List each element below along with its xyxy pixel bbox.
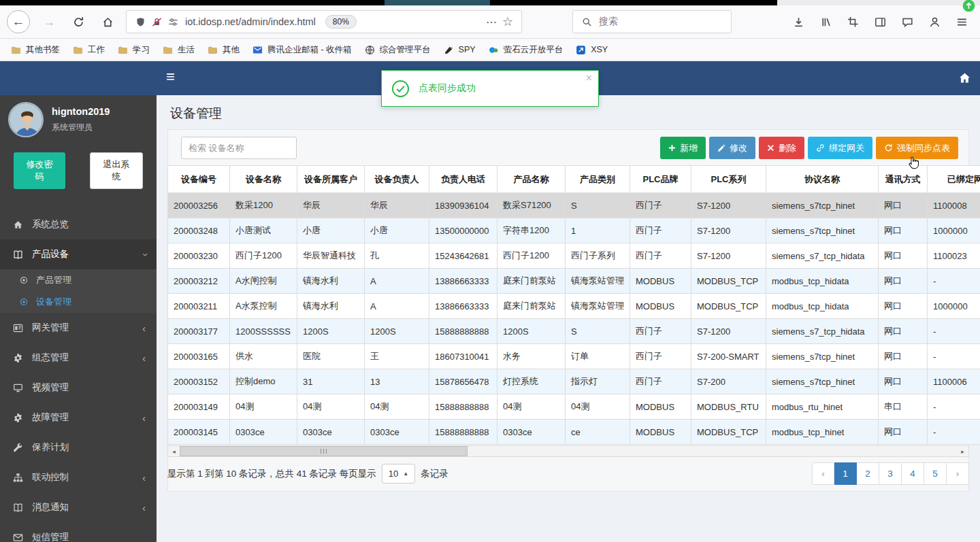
sidebar-item-8[interactable]: 消息通知‹ bbox=[0, 492, 157, 522]
bookmark-item[interactable]: 综合管理平台 bbox=[359, 41, 436, 58]
account-icon[interactable] bbox=[924, 12, 945, 32]
table-row[interactable]: 200003211A水泵控制镇海水利A13886663333庭来门前泵站镇海泵站… bbox=[168, 294, 980, 319]
add-button[interactable]: 新增 bbox=[660, 137, 706, 159]
page-5-button[interactable]: 5 bbox=[924, 462, 947, 485]
bookmark-item[interactable]: 萤石云开放平台 bbox=[483, 41, 569, 58]
browser-search-bar[interactable]: 搜索 bbox=[572, 10, 732, 33]
toast-close-icon[interactable]: × bbox=[586, 72, 592, 84]
sidebar-toggle-icon[interactable] bbox=[870, 12, 890, 32]
tracking-protection-shield-icon[interactable] bbox=[132, 17, 148, 27]
table-cell: 200003211 bbox=[168, 294, 230, 319]
sidebar-item-6[interactable]: 保养计划 bbox=[0, 433, 157, 462]
bookmark-item[interactable]: 腾讯企业邮箱 - 收件箱 bbox=[247, 41, 357, 58]
bookmark-item[interactable]: 工作 bbox=[67, 41, 110, 58]
back-icon[interactable]: ← bbox=[7, 10, 30, 33]
device-table: 设备编号设备名称设备所属客户设备负责人负责人电话产品名称产品类别PLC品牌PLC… bbox=[167, 165, 980, 445]
table-row[interactable]: 200003165供水医院王18607310041水务订单西门子S7-200-S… bbox=[168, 344, 980, 369]
page-next-button[interactable]: › bbox=[947, 462, 969, 485]
sidebar-item-3[interactable]: 组态管理‹ bbox=[0, 343, 157, 373]
scrollbar-track[interactable] bbox=[180, 446, 957, 456]
insecure-lock-icon[interactable] bbox=[148, 17, 165, 27]
column-header[interactable]: 产品名称 bbox=[497, 166, 566, 193]
sidebar-collapse-icon[interactable]: ≡ bbox=[166, 68, 175, 86]
table-row[interactable]: 2000031771200SSSSSS1200S1200S15888888888… bbox=[168, 319, 980, 344]
downloads-icon[interactable] bbox=[788, 12, 808, 32]
page-4-button[interactable]: 4 bbox=[902, 462, 924, 485]
bookmark-star-icon[interactable]: ☆ bbox=[500, 14, 516, 29]
change-password-button[interactable]: 修改密码 bbox=[14, 152, 65, 189]
column-header[interactable]: 负责人电话 bbox=[429, 166, 497, 193]
sidebar-item-5[interactable]: 故障管理‹ bbox=[0, 403, 157, 433]
table-row[interactable]: 200003152控制demo311315878656478灯控系统指示灯西门子… bbox=[168, 369, 980, 394]
link-icon bbox=[816, 143, 825, 152]
os-top-strip bbox=[0, 0, 980, 5]
screenshot-icon[interactable] bbox=[843, 12, 863, 32]
table-cell: 数采S71200 bbox=[497, 193, 566, 218]
column-header[interactable]: 产品类别 bbox=[566, 166, 630, 193]
forward-icon[interactable]: → bbox=[39, 12, 59, 32]
scroll-right-icon[interactable]: ▸ bbox=[957, 446, 968, 456]
page-actions-icon[interactable]: ⋯ bbox=[483, 16, 500, 29]
page-1-button[interactable]: 1 bbox=[834, 462, 857, 485]
sidebar-item-1[interactable]: 产品设备‹ bbox=[0, 239, 157, 269]
table-row[interactable]: 200003256数采1200华辰华辰18390936104数采S71200S西… bbox=[168, 193, 980, 218]
bind-gateway-button[interactable]: 绑定网关 bbox=[808, 137, 872, 159]
bookmark-item[interactable]: 其他书签 bbox=[5, 41, 65, 58]
table-cell: 200003145 bbox=[168, 420, 230, 445]
page-size-select[interactable]: 10 ▲ bbox=[382, 464, 415, 484]
app-home-icon[interactable] bbox=[958, 71, 971, 84]
column-header[interactable]: 已绑定网关 bbox=[928, 166, 980, 193]
sidebar-item-0[interactable]: 系统总览 bbox=[0, 209, 157, 239]
column-header[interactable]: 设备名称 bbox=[230, 166, 297, 193]
table-row[interactable]: 200003248小唐测试小唐小唐13500000000字符串12001西门子S… bbox=[168, 218, 980, 243]
page-2-button[interactable]: 2 bbox=[857, 462, 879, 485]
bookmark-item[interactable]: XSY bbox=[570, 41, 613, 58]
scrollbar-thumb[interactable] bbox=[180, 446, 468, 456]
main-content: 设备管理 新增修改删除绑定网关强制同步点表 设备编号设备名称设备所属客户设备负责… bbox=[157, 95, 980, 542]
browser-home-icon[interactable] bbox=[97, 12, 118, 32]
sidebar-item-4[interactable]: 视频管理 bbox=[0, 373, 157, 403]
reload-icon[interactable] bbox=[68, 12, 88, 32]
bookmark-item[interactable]: 其他 bbox=[202, 41, 245, 58]
table-cell: S7-1200 bbox=[691, 218, 766, 243]
sidebar-subitem-1-0[interactable]: 产品管理 bbox=[0, 269, 157, 291]
messages-icon[interactable] bbox=[897, 12, 917, 32]
sidebar-subitem-1-1[interactable]: 设备管理 bbox=[0, 291, 157, 313]
app-menu-icon[interactable] bbox=[951, 12, 972, 32]
device-search-input[interactable] bbox=[181, 137, 297, 159]
column-header[interactable]: 协议名称 bbox=[766, 166, 879, 193]
logout-button[interactable]: 退出系统 bbox=[90, 152, 143, 189]
update-arrow-badge-icon[interactable] bbox=[962, 0, 976, 13]
folder-icon bbox=[11, 44, 22, 55]
horizontal-scrollbar[interactable]: ◂ ▸ bbox=[167, 445, 969, 457]
column-header[interactable]: 设备编号 bbox=[168, 166, 230, 193]
table-row[interactable]: 200003230西门子1200华辰智通科技孔15243642681西门子120… bbox=[168, 243, 980, 269]
column-header[interactable]: PLC系列 bbox=[691, 166, 766, 193]
delete-button[interactable]: 删除 bbox=[759, 137, 804, 159]
page-prev-button[interactable]: ‹ bbox=[812, 462, 834, 485]
sidebar-item-label: 故障管理 bbox=[32, 411, 69, 424]
table-row[interactable]: 2000031450303ce0303ce0303ce1588888888803… bbox=[168, 420, 980, 445]
table-header-row: 设备编号设备名称设备所属客户设备负责人负责人电话产品名称产品类别PLC品牌PLC… bbox=[168, 166, 980, 193]
bookmark-item[interactable]: 生活 bbox=[157, 41, 200, 58]
table-cell: 网口 bbox=[879, 319, 928, 344]
library-icon[interactable] bbox=[815, 12, 836, 32]
page-3-button[interactable]: 3 bbox=[879, 462, 902, 485]
sidebar-item-2[interactable]: 网关管理‹ bbox=[0, 313, 157, 343]
sidebar-item-9[interactable]: 短信管理 bbox=[0, 522, 157, 542]
mail-icon bbox=[11, 532, 24, 542]
table-row[interactable]: 20000314904测04测04测1588888888804测04测MODBU… bbox=[168, 394, 980, 420]
column-header[interactable]: PLC品牌 bbox=[630, 166, 691, 193]
table-row[interactable]: 200003212A水闸控制镇海水利A13886663333庭来门前泵站镇海泵站… bbox=[168, 269, 980, 294]
bookmark-item[interactable]: SPY bbox=[438, 41, 481, 58]
column-header[interactable]: 设备负责人 bbox=[365, 166, 429, 193]
permissions-icon[interactable] bbox=[165, 17, 181, 27]
bookmark-item[interactable]: 学习 bbox=[112, 41, 155, 58]
url-text[interactable]: iot.idosp.net/admin/index.html bbox=[185, 16, 316, 27]
sidebar-item-7[interactable]: 联动控制‹ bbox=[0, 462, 157, 492]
scroll-left-icon[interactable]: ◂ bbox=[168, 446, 180, 456]
edit-button[interactable]: 修改 bbox=[709, 137, 755, 159]
zoom-indicator[interactable]: 80% bbox=[325, 15, 357, 29]
url-bar[interactable]: iot.idosp.net/admin/index.html 80% ⋯ ☆ bbox=[126, 10, 522, 33]
column-header[interactable]: 设备所属客户 bbox=[297, 166, 365, 193]
